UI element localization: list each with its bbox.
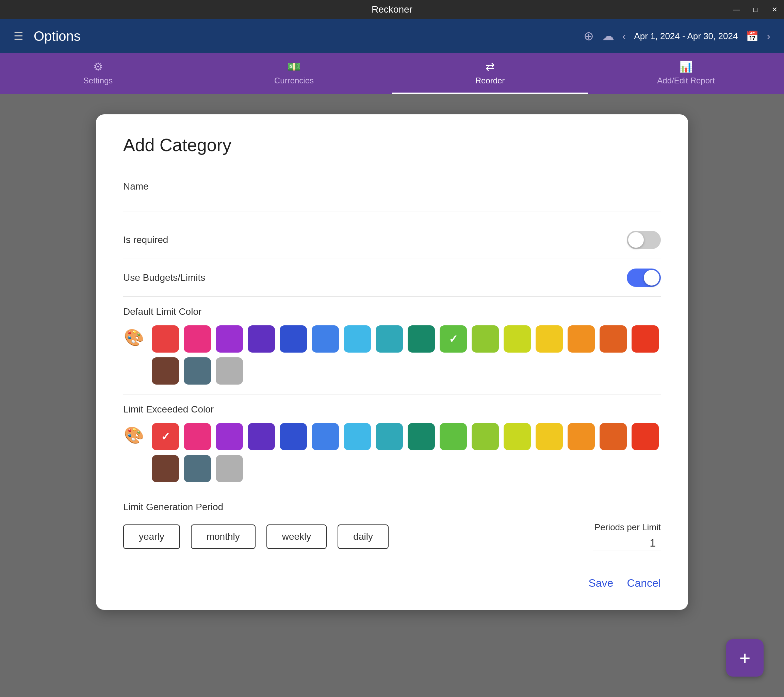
cancel-button[interactable]: Cancel xyxy=(627,577,661,590)
exceeded-color-swatch-13[interactable] xyxy=(568,423,595,450)
exceeded-color-swatch-1[interactable] xyxy=(184,423,211,450)
tab-bar: ⚙ Settings 💵 Currencies ⇄ Reorder 📊 Add/… xyxy=(0,53,784,94)
exceeded-palette-icon: 🎨 xyxy=(123,426,145,445)
main-content: Add Category Name Is required Use Budget… xyxy=(0,94,784,630)
date-range-label: Apr 1, 2024 - Apr 30, 2024 xyxy=(634,31,738,41)
exceeded-color-row: 🎨 xyxy=(123,423,661,482)
use-budgets-toggle-knob xyxy=(644,270,659,285)
is-required-label: Is required xyxy=(123,234,627,246)
reorder-icon: ⇄ xyxy=(486,60,495,73)
header-right-controls: ⊕ ☁ ‹ Apr 1, 2024 - Apr 30, 2024 📅 › xyxy=(583,29,771,43)
default-color-swatch-12[interactable] xyxy=(535,325,563,353)
exceeded-color-swatch-3[interactable] xyxy=(248,423,275,450)
use-budgets-label: Use Budgets/Limits xyxy=(123,272,627,283)
title-bar: Reckoner — □ ✕ xyxy=(0,0,784,19)
name-field-label: Name xyxy=(123,181,661,192)
period-buttons-row: yearly monthly weekly daily Periods per … xyxy=(123,522,661,551)
currencies-icon: 💵 xyxy=(287,60,301,73)
name-field-row: Name xyxy=(123,171,661,221)
exceeded-color-swatch-0[interactable] xyxy=(152,423,179,450)
default-color-swatch-11[interactable] xyxy=(504,325,531,353)
default-color-swatch-18[interactable] xyxy=(216,358,243,385)
exceeded-color-swatch-15[interactable] xyxy=(632,423,659,450)
is-required-toggle-knob xyxy=(628,232,644,248)
default-color-swatch-16[interactable] xyxy=(152,358,179,385)
fab-button[interactable]: + xyxy=(726,639,764,677)
default-color-swatch-15[interactable] xyxy=(632,325,659,353)
tab-currencies[interactable]: 💵 Currencies xyxy=(196,53,392,94)
exceeded-color-swatch-2[interactable] xyxy=(216,423,243,450)
is-required-toggle[interactable] xyxy=(627,231,661,249)
default-color-swatch-9[interactable] xyxy=(440,325,467,353)
calendar-icon[interactable]: 📅 xyxy=(746,30,758,42)
exceeded-color-swatch-4[interactable] xyxy=(280,423,307,450)
name-input[interactable] xyxy=(123,196,661,211)
cloud-icon[interactable]: ☁ xyxy=(602,29,614,43)
add-icon[interactable]: ⊕ xyxy=(583,29,594,43)
close-button[interactable]: ✕ xyxy=(765,0,784,19)
default-color-swatch-2[interactable] xyxy=(216,325,243,353)
default-color-swatch-0[interactable] xyxy=(152,325,179,353)
app-window-title: Reckoner xyxy=(372,4,412,15)
periods-per-limit-label: Periods per Limit xyxy=(595,522,661,532)
hamburger-menu-icon[interactable]: ☰ xyxy=(13,30,23,43)
exceeded-color-swatch-11[interactable] xyxy=(504,423,531,450)
default-limit-color-label: Default Limit Color xyxy=(123,306,661,317)
exceeded-color-swatch-9[interactable] xyxy=(440,423,467,450)
period-btn-yearly[interactable]: yearly xyxy=(123,524,180,549)
default-color-swatch-13[interactable] xyxy=(568,325,595,353)
exceeded-color-swatch-12[interactable] xyxy=(535,423,563,450)
save-button[interactable]: Save xyxy=(588,577,613,590)
default-color-swatch-3[interactable] xyxy=(248,325,275,353)
exceeded-color-swatch-6[interactable] xyxy=(344,423,371,450)
tab-settings-label: Settings xyxy=(83,76,113,86)
default-color-swatch-8[interactable] xyxy=(408,325,435,353)
periods-per-limit-group: Periods per Limit xyxy=(593,522,661,551)
dialog-title: Add Category xyxy=(123,135,661,155)
default-color-swatch-14[interactable] xyxy=(600,325,627,353)
minimize-button[interactable]: — xyxy=(727,0,746,19)
tab-currencies-label: Currencies xyxy=(274,76,314,86)
tab-add-edit-report[interactable]: 📊 Add/Edit Report xyxy=(588,53,784,94)
use-budgets-toggle[interactable] xyxy=(627,269,661,287)
add-category-dialog: Add Category Name Is required Use Budget… xyxy=(96,114,688,610)
default-palette-icon: 🎨 xyxy=(123,328,145,347)
page-title: Options xyxy=(34,29,583,44)
period-btn-weekly[interactable]: weekly xyxy=(267,524,327,549)
default-color-swatch-10[interactable] xyxy=(472,325,499,353)
periods-per-limit-input[interactable] xyxy=(593,536,661,551)
window-controls: — □ ✕ xyxy=(727,0,784,19)
exceeded-color-swatch-16[interactable] xyxy=(152,455,179,482)
add-edit-report-icon: 📊 xyxy=(679,60,693,73)
exceeded-color-swatch-8[interactable] xyxy=(408,423,435,450)
settings-icon: ⚙ xyxy=(93,60,103,73)
default-limit-color-section: Default Limit Color 🎨 xyxy=(123,297,661,394)
maximize-button[interactable]: □ xyxy=(746,0,765,19)
tab-settings[interactable]: ⚙ Settings xyxy=(0,53,196,94)
default-color-swatch-5[interactable] xyxy=(312,325,339,353)
period-btn-daily[interactable]: daily xyxy=(338,524,389,549)
exceeded-color-swatches xyxy=(152,423,661,482)
limit-generation-period-section: Limit Generation Period yearly monthly w… xyxy=(123,492,661,560)
exceeded-color-swatch-7[interactable] xyxy=(376,423,403,450)
default-color-swatches xyxy=(152,325,661,385)
tab-reorder-label: Reorder xyxy=(475,76,505,86)
date-prev-arrow[interactable]: ‹ xyxy=(623,30,626,43)
exceeded-color-swatch-18[interactable] xyxy=(216,455,243,482)
dialog-footer: Save Cancel xyxy=(123,577,661,590)
default-color-swatch-4[interactable] xyxy=(280,325,307,353)
tab-reorder[interactable]: ⇄ Reorder xyxy=(392,53,588,94)
exceeded-color-swatch-14[interactable] xyxy=(600,423,627,450)
exceeded-color-swatch-10[interactable] xyxy=(472,423,499,450)
default-color-swatch-17[interactable] xyxy=(184,358,211,385)
limit-exceeded-color-section: Limit Exceeded Color 🎨 xyxy=(123,394,661,492)
exceeded-color-swatch-5[interactable] xyxy=(312,423,339,450)
exceeded-color-swatch-17[interactable] xyxy=(184,455,211,482)
default-color-swatch-7[interactable] xyxy=(376,325,403,353)
default-color-swatch-1[interactable] xyxy=(184,325,211,353)
period-btn-monthly[interactable]: monthly xyxy=(191,524,255,549)
default-color-row: 🎨 xyxy=(123,325,661,385)
tab-add-edit-report-label: Add/Edit Report xyxy=(657,76,715,86)
default-color-swatch-6[interactable] xyxy=(344,325,371,353)
date-next-arrow[interactable]: › xyxy=(767,30,771,43)
